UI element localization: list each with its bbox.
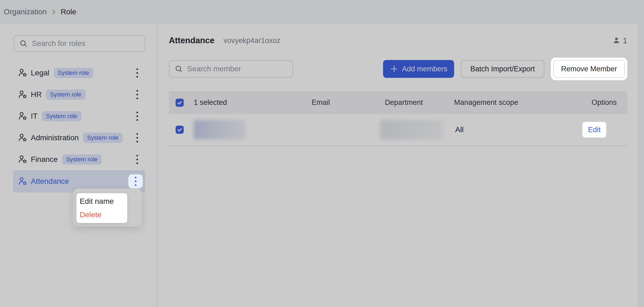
person-star-icon [18, 133, 28, 143]
person-star-icon [18, 111, 28, 121]
role-search-input[interactable] [32, 39, 139, 48]
breadcrumb-item-organization[interactable]: Organization [4, 8, 47, 16]
column-header-email: Email [284, 98, 358, 107]
member-table-row: All Edit [169, 114, 627, 146]
member-toolbar: Add members Batch Import/Export Remove M… [169, 58, 627, 80]
member-name-cell [194, 120, 284, 139]
member-department-cell [358, 120, 450, 139]
management-scope-value: All [450, 125, 561, 134]
person-icon [613, 37, 620, 44]
members-table: 1 selected Email Department Management s… [169, 91, 627, 146]
selected-count-label: 1 selected [194, 98, 284, 107]
batch-import-export-button[interactable]: Batch Import/Export [461, 60, 544, 78]
role-list: Legal System role HR System role IT Syst… [13, 62, 145, 192]
member-search-input[interactable] [187, 65, 287, 73]
role-item-hr[interactable]: HR System role [13, 84, 145, 105]
remove-member-button[interactable]: Remove Member [553, 60, 625, 78]
role-name: Administration [31, 134, 79, 142]
add-members-button[interactable]: Add members [383, 60, 454, 78]
add-members-label: Add members [402, 65, 447, 73]
breadcrumb: Organization Role [0, 0, 644, 24]
search-icon [19, 39, 28, 48]
role-detail-header: Attendance vovyekp4ar1oxoz 1 [169, 34, 627, 48]
search-icon [175, 65, 183, 73]
role-name: Attendance [31, 177, 69, 186]
role-name: HR [31, 90, 42, 99]
person-star-icon [18, 68, 28, 78]
role-context-menu-items: Edit name Delete [76, 193, 127, 223]
system-role-badge: System role [62, 154, 102, 165]
role-item-it[interactable]: IT System role [13, 105, 145, 127]
checkmark-icon [176, 126, 184, 134]
role-id: vovyekp4ar1oxoz [224, 36, 280, 45]
column-header-options: Options [561, 98, 627, 107]
kebab-menu-button-active[interactable] [128, 174, 143, 188]
row-checkbox[interactable] [176, 126, 184, 134]
page-title: Attendance [169, 36, 214, 45]
breadcrumb-item-role: Role [61, 8, 76, 16]
person-star-icon [18, 90, 28, 99]
role-item-legal[interactable]: Legal System role [13, 62, 145, 84]
kebab-menu-icon[interactable] [132, 130, 143, 146]
member-count-value: 1 [623, 36, 627, 45]
system-role-badge: System role [46, 89, 85, 100]
system-role-badge: System role [54, 68, 93, 78]
role-item-finance[interactable]: Finance System role [13, 149, 145, 170]
system-role-badge: System role [83, 133, 122, 143]
person-star-icon [18, 155, 28, 164]
members-table-header: 1 selected Email Department Management s… [169, 91, 627, 114]
column-header-management-scope: Management scope [450, 98, 561, 107]
redacted-department [380, 120, 444, 139]
role-name: Finance [31, 155, 58, 164]
role-item-administration[interactable]: Administration System role [13, 127, 145, 149]
menu-item-delete[interactable]: Delete [76, 208, 127, 222]
plus-icon [390, 65, 398, 73]
kebab-menu-icon[interactable] [132, 151, 143, 168]
chevron-right-icon [51, 9, 57, 15]
role-name: IT [31, 112, 38, 121]
remove-member-highlight: Remove Member [551, 58, 627, 80]
checkmark-icon [176, 99, 184, 107]
kebab-menu-icon[interactable] [132, 86, 143, 103]
role-page-card: Legal System role HR System role IT Syst… [0, 24, 638, 307]
role-name: Legal [31, 69, 49, 77]
role-detail-panel: Attendance vovyekp4ar1oxoz 1 Add me [157, 24, 638, 307]
menu-item-edit-name[interactable]: Edit name [76, 195, 127, 208]
member-count: 1 [613, 36, 627, 45]
column-header-department: Department [358, 98, 450, 107]
system-role-badge: System role [42, 111, 81, 121]
edit-member-button[interactable]: Edit [582, 122, 606, 138]
kebab-menu-icon[interactable] [132, 108, 143, 124]
role-context-menu: Edit name Delete [73, 189, 142, 226]
member-search-box [169, 60, 293, 78]
kebab-menu-icon[interactable] [132, 65, 143, 81]
person-star-icon [18, 176, 28, 186]
role-search-box [14, 35, 145, 52]
select-all-checkbox[interactable] [176, 99, 184, 107]
redacted-member-name [194, 120, 246, 139]
roles-sidebar: Legal System role HR System role IT Syst… [0, 24, 157, 307]
